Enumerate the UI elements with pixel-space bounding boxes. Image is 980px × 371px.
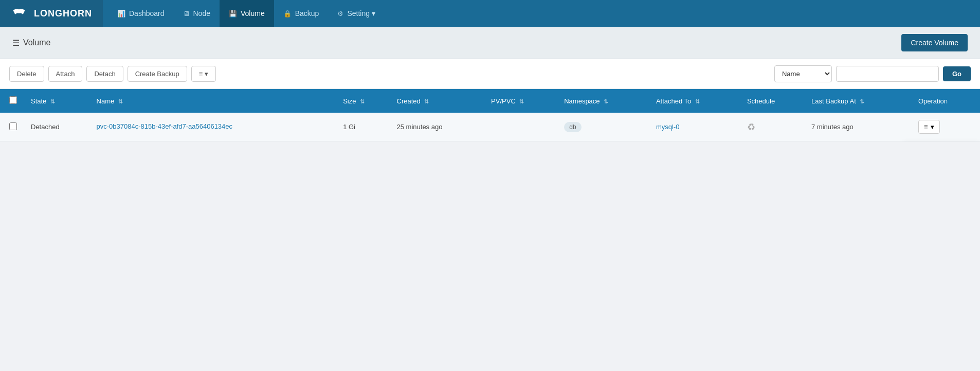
pvpvc-sort-icon: ⇅ — [519, 98, 524, 105]
nav-node-label: Node — [193, 9, 210, 17]
search-input[interactable] — [836, 66, 939, 82]
row-attached-link[interactable]: mysql-0 — [656, 123, 680, 131]
nav-backup-label: Backup — [295, 9, 319, 17]
col-state-label: State — [31, 97, 46, 105]
volume-icon: 💾 — [229, 10, 237, 17]
backup-icon: 🔒 — [283, 10, 292, 17]
nav-backup[interactable]: 🔒 Backup — [274, 0, 329, 27]
row-created-cell: 25 minutes ago — [392, 113, 486, 142]
row-last-backup: 7 minutes ago — [811, 123, 854, 131]
nav-volume[interactable]: 💾 Volume — [220, 0, 274, 27]
volume-list-icon: ☰ — [12, 38, 20, 48]
nav-setting-label: Setting ▾ — [347, 9, 375, 17]
namespace-sort-icon: ⇅ — [604, 98, 608, 105]
operation-dropdown-button[interactable]: ≡ ▾ — [918, 120, 940, 134]
row-state-cell: Detached — [26, 113, 92, 142]
col-attached-to[interactable]: Attached To ⇅ — [651, 89, 742, 113]
row-size: 1 Gi — [343, 123, 355, 131]
page-title-area: ☰ Volume — [12, 38, 50, 48]
nav-dashboard-label: Dashboard — [129, 9, 165, 17]
size-sort-icon: ⇅ — [360, 98, 365, 105]
nav-volume-label: Volume — [241, 9, 265, 17]
page-title: Volume — [23, 38, 50, 47]
col-created[interactable]: Created ⇅ — [392, 89, 486, 113]
name-sort-icon: ⇅ — [118, 98, 123, 105]
nav-items: 📊 Dashboard 🖥 Node 💾 Volume 🔒 Backup ⚙ S… — [103, 0, 385, 27]
attached-sort-icon: ⇅ — [695, 98, 700, 105]
col-size[interactable]: Size ⇅ — [338, 89, 391, 113]
row-state: Detached — [31, 123, 60, 131]
row-pvpvc-cell — [486, 113, 559, 142]
col-namespace-label: Namespace — [564, 97, 600, 105]
attach-button[interactable]: Attach — [48, 66, 83, 82]
top-navigation: LONGHORN 📊 Dashboard 🖥 Node 💾 Volume 🔒 B… — [0, 0, 980, 27]
nav-node[interactable]: 🖥 Node — [174, 0, 220, 27]
nav-dashboard[interactable]: 📊 Dashboard — [108, 0, 174, 27]
search-filter-select[interactable]: Name State Namespace — [774, 65, 832, 82]
table-header-row: State ⇅ Name ⇅ Size ⇅ Created ⇅ PV/PVC — [0, 89, 980, 113]
create-backup-button[interactable]: Create Backup — [128, 66, 187, 82]
table-row: Detached pvc-0b37084c-815b-43ef-afd7-aa5… — [0, 113, 980, 142]
col-pvpvc[interactable]: PV/PVC ⇅ — [486, 89, 559, 113]
col-operation-label: Operation — [918, 97, 948, 105]
toolbar: Delete Attach Detach Create Backup ≡ ▾ N… — [0, 59, 980, 89]
row-size-cell: 1 Gi — [338, 113, 391, 142]
row-created: 25 minutes ago — [397, 123, 443, 131]
row-schedule-cell: ♻ — [742, 113, 806, 142]
col-attached-to-label: Attached To — [656, 97, 691, 105]
select-all-checkbox[interactable] — [9, 96, 17, 104]
row-operation-cell: ≡ ▾ Backups Delete Attach Upgrade Engine… — [913, 113, 980, 142]
row-namespace-cell: db — [559, 113, 651, 142]
created-sort-icon: ⇅ — [424, 98, 429, 105]
last-backup-sort-icon: ⇅ — [860, 98, 864, 105]
dashboard-icon: 📊 — [117, 10, 125, 17]
row-attached-cell: mysql-0 — [651, 113, 742, 142]
setting-icon: ⚙ — [337, 10, 343, 17]
row-volume-link[interactable]: pvc-0b37084c-815b-43ef-afd7-aa56406134ec — [97, 122, 333, 131]
volume-table: State ⇅ Name ⇅ Size ⇅ Created ⇅ PV/PVC — [0, 89, 980, 142]
col-state[interactable]: State ⇅ — [26, 89, 92, 113]
delete-button[interactable]: Delete — [9, 66, 44, 82]
col-size-label: Size — [343, 97, 356, 105]
state-sort-icon: ⇅ — [50, 98, 55, 105]
schedule-icon: ♻ — [747, 122, 755, 132]
row-checkbox[interactable] — [9, 122, 17, 130]
nav-setting[interactable]: ⚙ Setting ▾ — [328, 0, 384, 27]
col-schedule-label: Schedule — [747, 97, 775, 105]
col-schedule: Schedule — [742, 89, 806, 113]
longhorn-logo-icon — [9, 4, 29, 23]
detach-button[interactable]: Detach — [86, 66, 123, 82]
col-name[interactable]: Name ⇅ — [92, 89, 338, 113]
logo-area: LONGHORN — [0, 0, 103, 27]
volume-table-container: State ⇅ Name ⇅ Size ⇅ Created ⇅ PV/PVC — [0, 89, 980, 142]
col-last-backup[interactable]: Last Backup At ⇅ — [806, 89, 913, 113]
row-checkbox-cell — [0, 113, 26, 142]
go-button[interactable]: Go — [943, 66, 971, 81]
col-name-label: Name — [97, 97, 115, 105]
node-icon: 🖥 — [183, 10, 190, 17]
logo-text: LONGHORN — [34, 8, 92, 19]
page-header: ☰ Volume Create Volume — [0, 27, 980, 59]
list-lines-icon: ≡ — [924, 123, 928, 131]
row-last-backup-cell: 7 minutes ago — [806, 113, 913, 142]
list-options-button[interactable]: ≡ ▾ — [191, 66, 216, 82]
create-volume-button[interactable]: Create Volume — [901, 34, 968, 51]
col-checkbox — [0, 89, 26, 113]
row-name-cell: pvc-0b37084c-815b-43ef-afd7-aa56406134ec — [92, 113, 338, 142]
list-icon: ≡ ▾ — [199, 70, 208, 78]
row-namespace-badge: db — [564, 122, 581, 132]
col-created-label: Created — [397, 97, 421, 105]
col-operation: Operation — [913, 89, 980, 113]
search-area: Name State Namespace Go — [774, 65, 971, 82]
col-namespace[interactable]: Namespace ⇅ — [559, 89, 651, 113]
chevron-down-icon: ▾ — [931, 123, 934, 131]
col-pvpvc-label: PV/PVC — [491, 97, 516, 105]
col-last-backup-label: Last Backup At — [811, 97, 856, 105]
